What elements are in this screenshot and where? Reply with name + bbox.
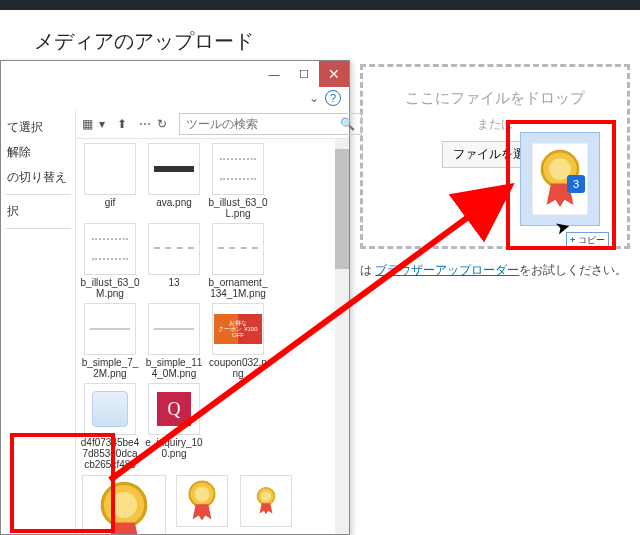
file-thumbnail: [240, 475, 292, 527]
svg-point-3: [111, 492, 137, 518]
file-thumbnail: [176, 475, 228, 527]
sidebar-item[interactable]: 択: [5, 199, 71, 224]
minimize-button[interactable]: —: [259, 61, 289, 87]
file-thumbnail: [148, 143, 200, 195]
file-thumbnail: Q: [148, 383, 200, 435]
file-item[interactable]: d4f07345be47d853e0dcacb265cf4867.zip: [80, 383, 140, 471]
file-thumbnail: [212, 143, 264, 195]
sidebar-item[interactable]: 解除: [5, 140, 71, 165]
uploader-note: は ブラウザーアップローダーをお試しください。: [360, 262, 627, 279]
dropdown-icon[interactable]: ▾: [99, 115, 105, 133]
svg-point-5: [194, 487, 209, 502]
search-input[interactable]: [186, 117, 336, 131]
maximize-button[interactable]: ☐: [289, 61, 319, 87]
view-icon[interactable]: ▦: [82, 115, 93, 133]
file-item[interactable]: gif: [80, 143, 140, 219]
drag-ghost: 3: [520, 132, 600, 226]
file-item[interactable]: 13: [144, 223, 204, 299]
close-button[interactable]: ✕: [319, 61, 349, 87]
file-item[interactable]: b_illust_63_0M.png: [80, 223, 140, 299]
sidebar-item[interactable]: の切り替え: [5, 165, 71, 190]
file-item[interactable]: [80, 475, 168, 534]
file-thumbnail: [84, 223, 136, 275]
file-thumbnail: [84, 383, 136, 435]
file-explorer-window: — ☐ ✕ ⌄ ? て選択 解除 の切り替え 択 ▦ ▾ ⬆ ⋯ ↻ 🔍 gif…: [0, 60, 350, 535]
file-thumbnail: お得なクーポン ¥100OFF: [212, 303, 264, 355]
search-icon[interactable]: 🔍: [340, 117, 355, 131]
file-item[interactable]: [172, 475, 232, 534]
file-caption: b_ornament_134_1M.png: [208, 277, 268, 299]
file-item[interactable]: Qe_inquiry_100.png: [144, 383, 204, 471]
svg-point-7: [261, 491, 271, 501]
file-thumbnail: [212, 223, 264, 275]
refresh-icon[interactable]: ↻: [157, 115, 167, 133]
file-item[interactable]: ava.png: [144, 143, 204, 219]
file-caption: e_inquiry_100.png: [144, 437, 204, 459]
file-thumbnail: [84, 143, 136, 195]
file-caption: b_simple_114_0M.png: [144, 357, 204, 379]
file-item[interactable]: b_ornament_134_1M.png: [208, 223, 268, 299]
file-thumbnail: [148, 303, 200, 355]
file-thumbnail: [84, 303, 136, 355]
window-titlebar: — ☐ ✕: [1, 61, 349, 87]
sidebar-item[interactable]: て選択: [5, 115, 71, 140]
file-caption: 13: [144, 277, 204, 288]
file-caption: b_illust_63_0L.png: [208, 197, 268, 219]
file-caption: ava.png: [144, 197, 204, 208]
file-caption: b_simple_7_2M.png: [80, 357, 140, 379]
tool-search[interactable]: 🔍: [179, 113, 362, 135]
options-icon[interactable]: ⋯: [139, 115, 151, 133]
drag-count-badge: 3: [567, 175, 585, 193]
chevron-down-icon[interactable]: ⌄: [309, 91, 319, 105]
file-item[interactable]: b_illust_63_0L.png: [208, 143, 268, 219]
explorer-sidebar: て選択 解除 の切り替え 択: [1, 109, 76, 534]
file-thumbnail: [148, 223, 200, 275]
file-caption: b_illust_63_0M.png: [80, 277, 140, 299]
file-item[interactable]: お得なクーポン ¥100OFFcoupon032.png: [208, 303, 268, 379]
admin-bar: [0, 0, 640, 10]
file-item[interactable]: [236, 475, 296, 534]
file-grid: gifava.pngb_illust_63_0L.pngb_illust_63_…: [76, 139, 335, 534]
file-item[interactable]: b_simple_114_0M.png: [144, 303, 204, 379]
help-icon[interactable]: ?: [325, 90, 341, 106]
explorer-toolbar: ▦ ▾ ⬆ ⋯ ↻ 🔍: [76, 109, 349, 139]
file-caption: d4f07345be47d853e0dcacb265cf4867.zip: [80, 437, 140, 471]
scrollbar-thumb[interactable]: [335, 149, 349, 269]
up-icon[interactable]: ⬆: [117, 115, 127, 133]
file-caption: coupon032.png: [208, 357, 268, 379]
help-row: ⌄ ?: [1, 87, 349, 109]
browser-uploader-link[interactable]: ブラウザーアップローダー: [375, 263, 519, 277]
file-thumbnail: [82, 475, 166, 534]
file-item[interactable]: b_simple_7_2M.png: [80, 303, 140, 379]
drop-or: または: [363, 116, 627, 133]
file-caption: gif: [80, 197, 140, 208]
drop-instruction: ここにファイルをドロップ: [363, 89, 627, 108]
copy-tooltip: + コピー: [566, 232, 609, 249]
scrollbar[interactable]: [335, 139, 349, 534]
